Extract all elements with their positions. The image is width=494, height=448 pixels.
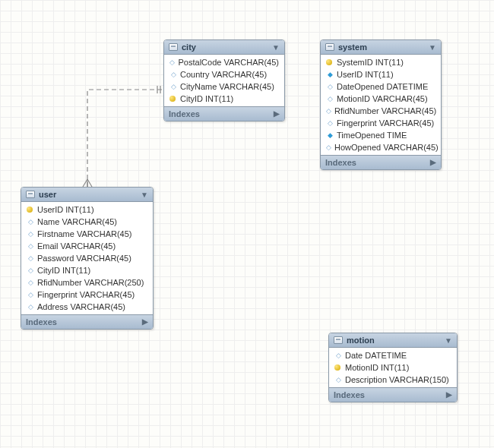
column-row[interactable]: ◇Password VARCHAR(45) [21, 252, 153, 264]
table-icon [169, 43, 178, 51]
columns-list: ◇Date DATETIMEMotionID INT(11)◇Descripti… [329, 348, 457, 387]
column-row[interactable]: ◆TimeOpened TIME [321, 129, 441, 141]
table-city[interactable]: city ▼ ◇PostalCode VARCHAR(45)◇Country V… [163, 39, 285, 121]
column-icon: ◇ [27, 291, 34, 298]
column-label: Description VARCHAR(150) [345, 375, 449, 384]
table-title: motion [347, 336, 375, 345]
column-row[interactable]: ◇Address VARCHAR(45) [21, 301, 153, 313]
columns-list: SystemID INT(11)◆UserID INT(11)◇DateOpen… [321, 55, 441, 155]
primary-key-icon [334, 364, 340, 371]
primary-key-icon [326, 59, 332, 65]
column-icon: ◇ [169, 58, 176, 66]
table-icon [334, 336, 343, 344]
column-icon: ◇ [334, 352, 342, 359]
column-row[interactable]: ◆UserID INT(11) [321, 68, 441, 80]
column-row[interactable]: ◇Email VARCHAR(45) [21, 240, 153, 252]
indexes-section[interactable]: Indexes ▶ [164, 106, 284, 121]
column-label: CityID INT(11) [180, 94, 233, 103]
column-icon: ◇ [27, 303, 34, 311]
column-icon: ◇ [27, 218, 34, 226]
table-header[interactable]: system ▼ [321, 40, 441, 55]
column-label: MotionID INT(11) [345, 363, 409, 372]
indexes-section[interactable]: Indexes ▶ [321, 155, 441, 169]
table-header[interactable]: city ▼ [164, 40, 284, 55]
column-label: MotionID VARCHAR(45) [337, 94, 428, 103]
column-label: SystemID INT(11) [337, 58, 404, 67]
indexes-label: Indexes [169, 109, 200, 118]
indexes-label: Indexes [325, 158, 356, 167]
column-row[interactable]: ◇RfidNumber VARCHAR(250) [21, 276, 153, 289]
expand-icon: ▶ [142, 317, 148, 327]
column-row[interactable]: UserID INT(11) [21, 203, 153, 216]
svg-line-1 [87, 179, 92, 187]
expand-icon: ▶ [446, 390, 452, 399]
collapse-icon[interactable]: ▼ [429, 43, 436, 52]
column-row[interactable]: ◇Date DATETIME [329, 349, 457, 361]
columns-list: ◇PostalCode VARCHAR(45)◇Country VARCHAR(… [164, 55, 284, 106]
collapse-icon[interactable]: ▼ [272, 43, 280, 52]
column-row[interactable]: ◇Fingerprint VARCHAR(45) [321, 117, 441, 129]
column-label: Name VARCHAR(45) [37, 217, 117, 226]
indexes-section[interactable]: Indexes ▶ [329, 387, 457, 402]
column-icon: ◇ [27, 242, 34, 250]
collapse-icon[interactable]: ▼ [445, 336, 452, 345]
column-row[interactable]: ◇HowOpened VARCHAR(45) [321, 141, 441, 153]
svg-line-0 [83, 179, 87, 187]
column-row[interactable]: ◇DateOpened DATETIME [321, 80, 441, 93]
primary-key-icon [27, 207, 33, 213]
column-label: Country VARCHAR(45) [180, 70, 267, 79]
column-icon: ◇ [334, 376, 342, 383]
column-icon: ◇ [27, 267, 34, 274]
column-row[interactable]: ◇MotionID VARCHAR(45) [321, 93, 441, 105]
column-row[interactable]: ◇Fingerprint VARCHAR(45) [21, 289, 153, 301]
column-row[interactable]: ◇PostalCode VARCHAR(45) [164, 56, 284, 68]
column-label: Firstname VARCHAR(45) [37, 229, 132, 238]
table-icon [325, 43, 334, 51]
column-row[interactable]: ◇Country VARCHAR(45) [164, 68, 284, 80]
table-system[interactable]: system ▼ SystemID INT(11)◆UserID INT(11)… [320, 39, 442, 170]
expand-icon: ▶ [274, 109, 280, 118]
column-label: Address VARCHAR(45) [37, 302, 125, 311]
column-label: RfidNumber VARCHAR(45) [334, 106, 436, 115]
column-icon: ◇ [169, 83, 177, 90]
column-row[interactable]: ◇RfidNumber VARCHAR(45) [321, 105, 441, 117]
column-label: HowOpened VARCHAR(45) [334, 143, 439, 152]
column-row[interactable]: ◇Description VARCHAR(150) [329, 374, 457, 386]
table-header[interactable]: motion ▼ [329, 333, 457, 348]
column-icon: ◇ [27, 230, 34, 238]
column-icon: ◇ [326, 144, 331, 151]
expand-icon: ▶ [430, 158, 436, 167]
table-header[interactable]: user ▼ [21, 188, 153, 202]
table-user[interactable]: user ▼ UserID INT(11)◇Name VARCHAR(45)◇F… [21, 187, 154, 330]
column-row[interactable]: ◇CityID INT(11) [21, 264, 153, 276]
column-icon: ◇ [326, 83, 334, 90]
column-icon: ◇ [27, 279, 34, 286]
column-row[interactable]: ◇CityName VARCHAR(45) [164, 80, 284, 93]
column-row[interactable]: ◇Firstname VARCHAR(45) [21, 228, 153, 240]
column-row[interactable]: SystemID INT(11) [321, 56, 441, 68]
column-label: RfidNumber VARCHAR(250) [37, 278, 144, 287]
indexes-section[interactable]: Indexes ▶ [21, 314, 153, 329]
column-icon: ◇ [326, 107, 331, 115]
column-label: Email VARCHAR(45) [37, 241, 116, 251]
primary-key-icon [169, 96, 176, 102]
column-label: PostalCode VARCHAR(45) [179, 58, 279, 67]
indexes-label: Indexes [26, 317, 57, 327]
column-icon: ◇ [169, 71, 177, 78]
column-label: Password VARCHAR(45) [37, 254, 131, 263]
table-icon [26, 191, 35, 198]
column-icon: ◇ [326, 119, 334, 127]
column-label: DateOpened DATETIME [337, 82, 428, 91]
column-icon: ◇ [326, 95, 334, 103]
column-label: CityName VARCHAR(45) [180, 82, 274, 91]
column-row[interactable]: ◇Name VARCHAR(45) [21, 216, 153, 228]
column-row[interactable]: MotionID INT(11) [329, 361, 457, 374]
column-row[interactable]: CityID INT(11) [164, 93, 284, 105]
collapse-icon[interactable]: ▼ [141, 191, 148, 199]
table-motion[interactable]: motion ▼ ◇Date DATETIMEMotionID INT(11)◇… [328, 333, 458, 402]
columns-list: UserID INT(11)◇Name VARCHAR(45)◇Firstnam… [21, 202, 153, 314]
column-label: TimeOpened TIME [337, 131, 407, 140]
table-title: city [182, 43, 196, 52]
notnull-column-icon: ◆ [326, 131, 334, 139]
column-label: UserID INT(11) [337, 70, 394, 79]
